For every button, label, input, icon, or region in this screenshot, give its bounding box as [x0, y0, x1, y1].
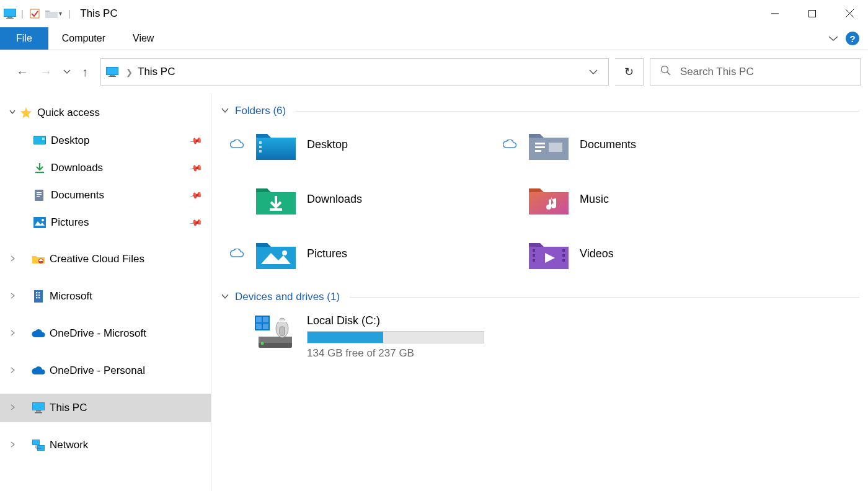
recent-locations-button[interactable] — [63, 68, 71, 76]
tab-file[interactable]: File — [0, 27, 48, 50]
sidebar-item-onedrive-ms[interactable]: OneDrive - Microsoft — [0, 319, 211, 348]
sidebar-item-label: Quick access — [37, 107, 100, 119]
minimize-button[interactable] — [756, 1, 794, 26]
pin-icon: 📌 — [188, 134, 203, 148]
caret-right-icon[interactable] — [6, 330, 19, 337]
svg-rect-51 — [549, 143, 562, 152]
svg-rect-17 — [42, 138, 45, 140]
up-button[interactable]: ↑ — [82, 65, 88, 79]
sidebar-item-onedrive-personal[interactable]: OneDrive - Personal — [0, 356, 211, 385]
svg-rect-67 — [256, 324, 262, 329]
svg-rect-27 — [36, 292, 37, 293]
sidebar-item-pictures[interactable]: Pictures 📌 — [0, 209, 211, 236]
group-title: Devices and drives (1) — [235, 291, 340, 303]
group-header-drives[interactable]: Devices and drives (1) — [221, 291, 859, 303]
folder-label: Documents — [580, 138, 636, 151]
sidebar-item-label: OneDrive - Microsoft — [50, 327, 146, 340]
drive-icon — [255, 314, 298, 349]
svg-rect-46 — [259, 150, 262, 153]
music-folder-icon — [529, 183, 569, 215]
svg-rect-29 — [36, 294, 37, 296]
svg-rect-35 — [36, 410, 41, 412]
breadcrumb-chevron-icon[interactable]: ❯ — [121, 68, 138, 77]
downloads-icon — [32, 161, 47, 175]
sidebar-item-desktop[interactable]: Desktop 📌 — [0, 127, 211, 154]
sidebar-item-microsoft[interactable]: Microsoft — [0, 282, 211, 311]
pc-icon — [31, 401, 46, 415]
sidebar-item-documents[interactable]: Documents 📌 — [0, 182, 211, 209]
forward-button[interactable]: → — [40, 65, 52, 79]
drive-usage-fill — [308, 332, 383, 343]
folder-item-documents[interactable]: Documents — [502, 128, 774, 161]
tab-view[interactable]: View — [119, 27, 167, 50]
tab-computer[interactable]: Computer — [48, 27, 119, 50]
svg-rect-31 — [36, 297, 37, 298]
svg-rect-10 — [107, 68, 118, 74]
svg-rect-22 — [37, 196, 40, 197]
folder-item-music[interactable]: Music — [502, 183, 774, 215]
folder-item-pictures[interactable]: Pictures — [229, 237, 502, 270]
address-bar[interactable]: ❯ This PC — [100, 58, 609, 86]
chevron-down-icon — [221, 293, 229, 301]
folder-label: Videos — [580, 247, 614, 260]
search-icon — [660, 65, 671, 79]
svg-point-71 — [261, 342, 264, 345]
sidebar-item-network[interactable]: Network — [0, 431, 211, 459]
address-dropdown-button[interactable] — [581, 69, 606, 75]
content-pane: Folders (6) Desktop Documents — [211, 94, 868, 491]
svg-rect-11 — [110, 75, 115, 76]
svg-rect-38 — [33, 440, 39, 445]
svg-line-14 — [667, 72, 670, 75]
back-button[interactable]: ← — [16, 65, 29, 79]
close-button[interactable] — [831, 1, 868, 26]
sidebar-item-downloads[interactable]: Downloads 📌 — [0, 154, 211, 182]
separator: | — [67, 9, 72, 19]
caret-right-icon[interactable] — [6, 367, 19, 374]
caret-down-icon[interactable] — [6, 109, 19, 117]
help-button[interactable]: ? — [846, 32, 859, 45]
sidebar-item-label: Downloads — [51, 162, 103, 174]
sidebar-quick-access[interactable]: Quick access — [0, 99, 211, 127]
svg-rect-6 — [809, 10, 816, 17]
svg-rect-32 — [38, 297, 40, 298]
svg-rect-66 — [263, 317, 268, 322]
pc-icon — [4, 9, 16, 19]
desktop-folder-icon — [256, 128, 296, 161]
desktop-icon — [32, 134, 47, 148]
svg-rect-30 — [38, 294, 40, 296]
refresh-button[interactable]: ↻ — [615, 58, 644, 86]
drive-item-c[interactable]: Local Disk (C:) 134 GB free of 237 GB — [220, 309, 859, 360]
caret-right-icon[interactable] — [6, 255, 19, 263]
documents-icon — [32, 188, 47, 202]
quick-access-save-icon[interactable] — [29, 7, 41, 20]
folder-item-videos[interactable]: Videos — [502, 237, 774, 270]
svg-rect-62 — [562, 254, 565, 257]
svg-rect-65 — [256, 317, 262, 322]
svg-rect-49 — [535, 146, 545, 148]
search-box[interactable]: Search This PC — [650, 58, 861, 86]
sidebar-item-label: Microsoft — [50, 290, 92, 303]
group-header-folders[interactable]: Folders (6) — [221, 105, 859, 117]
svg-rect-63 — [562, 259, 565, 262]
caret-right-icon[interactable] — [6, 441, 19, 449]
separator — [350, 297, 859, 298]
search-placeholder: Search This PC — [680, 66, 754, 78]
svg-rect-44 — [259, 141, 262, 144]
caret-right-icon[interactable] — [6, 404, 19, 412]
caret-right-icon[interactable] — [6, 293, 19, 300]
svg-point-13 — [662, 66, 668, 73]
maximize-button[interactable] — [794, 1, 831, 26]
ribbon-expand-icon[interactable] — [828, 33, 838, 43]
folder-item-downloads[interactable]: Downloads — [229, 183, 502, 215]
sidebar-item-creative-cloud[interactable]: Creative Cloud Files — [0, 245, 211, 273]
svg-point-24 — [42, 219, 44, 221]
breadcrumb-text[interactable]: This PC — [138, 66, 175, 78]
sidebar-item-this-pc[interactable]: This PC — [0, 394, 211, 422]
sidebar-item-label: Desktop — [51, 135, 89, 147]
svg-rect-21 — [37, 194, 42, 195]
svg-rect-19 — [35, 190, 43, 201]
folder-label: Desktop — [307, 138, 348, 151]
sidebar-item-label: This PC — [50, 402, 87, 414]
folder-item-desktop[interactable]: Desktop — [229, 128, 502, 161]
quick-access-folder-icon[interactable]: ▾ — [45, 7, 63, 20]
